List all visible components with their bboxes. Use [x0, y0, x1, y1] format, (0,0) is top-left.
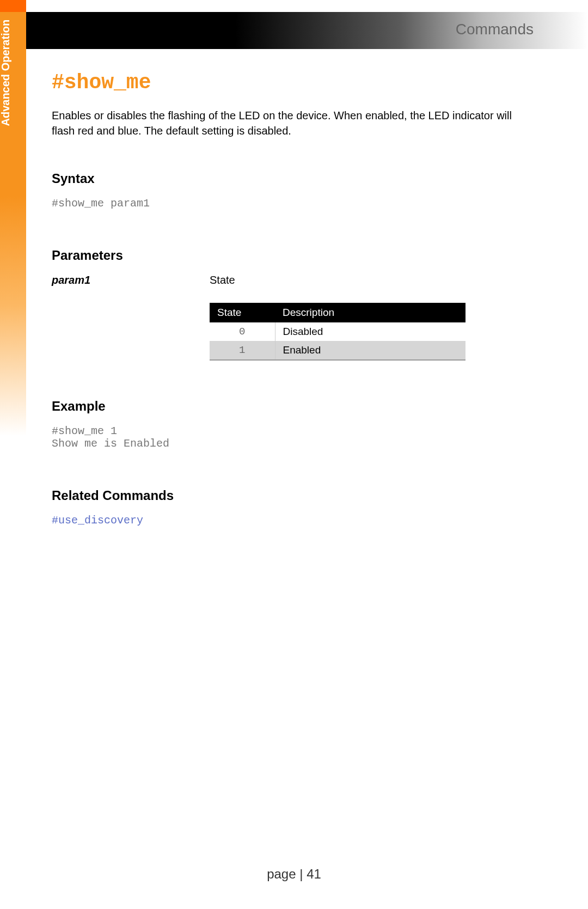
syntax-code: #show_me param1 [52, 197, 531, 210]
sidebar-accent [0, 0, 26, 12]
table-cell-desc: Disabled [275, 322, 465, 341]
table-cell-desc: Enabled [275, 341, 465, 360]
example-code: #show_me 1 Show me is Enabled [52, 425, 531, 450]
sidebar-section-label: Advanced Operation [0, 20, 12, 126]
syntax-heading: Syntax [52, 171, 531, 186]
parameters-heading: Parameters [52, 248, 531, 263]
related-command-link[interactable]: #use_discovery [52, 514, 531, 527]
example-heading: Example [52, 399, 531, 414]
param-table: State Description 0 Disabled 1 Enabled [210, 303, 465, 361]
table-cell-state: 0 [210, 322, 275, 341]
param-label: State [210, 274, 235, 286]
related-heading: Related Commands [52, 488, 531, 503]
table-cell-state: 1 [210, 341, 275, 360]
table-row: 1 Enabled [210, 341, 465, 360]
table-header-state: State [210, 303, 275, 322]
table-row: 0 Disabled [210, 322, 465, 341]
header-breadcrumb: Commands [456, 21, 534, 38]
param-name: param1 [52, 274, 210, 286]
command-description: Enables or disables the flashing of the … [52, 108, 531, 138]
table-header-description: Description [275, 303, 465, 322]
param-row: param1 State [52, 274, 531, 286]
command-title: #show_me [52, 71, 531, 94]
main-content: #show_me Enables or disables the flashin… [52, 71, 531, 527]
page-footer: page | 41 [0, 867, 588, 882]
